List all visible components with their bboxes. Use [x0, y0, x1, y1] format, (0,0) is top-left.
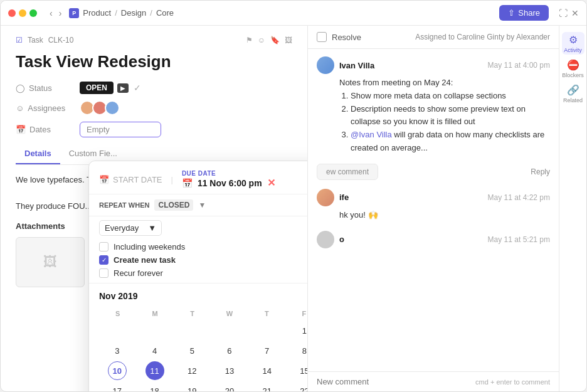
- dates-field[interactable]: Empty: [80, 122, 161, 137]
- cal-day-3[interactable]: 3: [108, 341, 127, 360]
- cal-head-t2: T: [248, 309, 285, 319]
- comment-3-avatar: [317, 231, 334, 248]
- image-icon[interactable]: 🖼: [285, 36, 292, 45]
- cal-head-s1: S: [99, 309, 136, 319]
- close-button[interactable]: [8, 9, 16, 17]
- status-dropdown-icon[interactable]: ▶: [117, 83, 129, 93]
- close-icon[interactable]: ✕: [571, 8, 579, 18]
- cal-day-13[interactable]: 13: [220, 361, 239, 380]
- maximize-button[interactable]: [29, 9, 37, 17]
- cal-day-1[interactable]: 1: [295, 321, 308, 340]
- resolve-checkbox[interactable]: [317, 32, 327, 42]
- dp-clear-icon[interactable]: ✕: [267, 177, 275, 189]
- cal-day-11[interactable]: 11: [145, 361, 164, 380]
- dp-checkbox-weekends-label: Including weekends: [114, 242, 185, 252]
- dp-checkbox-weekends[interactable]: [99, 242, 108, 252]
- comment-1-time: May 11 at 4:00 pm: [488, 61, 550, 70]
- activity-label: Activity: [564, 47, 582, 53]
- dp-chevron-icon[interactable]: ▼: [198, 201, 206, 209]
- cal-day-8[interactable]: 8: [295, 341, 308, 360]
- reply-button[interactable]: Reply: [531, 164, 550, 180]
- dp-start-date[interactable]: 📅 START DATE: [99, 175, 162, 184]
- task-icon: ☑: [16, 36, 23, 45]
- activity-button[interactable]: ⚙ Activity: [562, 32, 584, 55]
- forward-button[interactable]: ›: [56, 7, 65, 19]
- cal-day-17[interactable]: 17: [108, 381, 127, 391]
- cal-day-18[interactable]: 18: [145, 381, 164, 391]
- back-button[interactable]: ‹: [47, 7, 55, 19]
- cal-day-10[interactable]: 10: [108, 361, 127, 380]
- cal-day-7[interactable]: 7: [258, 341, 277, 360]
- avatar-3[interactable]: [105, 100, 120, 115]
- dp-checkbox-weekends-row[interactable]: Including weekends: [99, 242, 308, 252]
- new-comment-inline[interactable]: ew comment: [317, 164, 378, 180]
- dp-checkbox-newtask-row[interactable]: Create new task: [99, 255, 308, 265]
- blockers-label: Blockers: [562, 72, 584, 78]
- dp-checkbox-forever[interactable]: [99, 268, 108, 278]
- cal-day-21[interactable]: 21: [258, 381, 277, 391]
- flag-icon[interactable]: ⚑: [246, 36, 253, 45]
- comment-1: Ivan Villa May 11 at 4:00 pm Notes from …: [317, 56, 550, 155]
- dp-frequency-row: Everyday ▼: [89, 216, 308, 240]
- cal-head-f: F: [285, 309, 308, 319]
- cal-day-6[interactable]: 6: [220, 341, 239, 360]
- breadcrumb-core[interactable]: Core: [156, 8, 174, 18]
- comment-1-author: Ivan Villa: [339, 61, 374, 70]
- calendar-icon: 📅: [99, 175, 109, 184]
- breadcrumb-design[interactable]: Design: [121, 8, 146, 18]
- comment-3-header: o May 11 at 5:21 pm: [317, 231, 550, 248]
- task-meta-row: ☑ Task CLK-10 ⚑ ☺ 🔖 🖼: [16, 36, 292, 45]
- cal-day-15[interactable]: 15: [295, 361, 308, 380]
- comment-2-avatar: [317, 189, 334, 206]
- resolve-label[interactable]: Resolve: [332, 33, 361, 42]
- task-meta-label: Task: [28, 36, 43, 45]
- expand-icon[interactable]: ⛶: [559, 8, 568, 18]
- assigned-text: Assigned to Caroline Ginty by Alexander: [415, 33, 550, 41]
- dp-frequency-value: Everyday: [105, 223, 139, 233]
- dp-due-value-text[interactable]: 11 Nov 6:00 pm: [198, 178, 262, 188]
- cal-day-14[interactable]: 14: [258, 361, 277, 380]
- dp-frequency-select[interactable]: Everyday ▼: [99, 220, 162, 236]
- dp-calendar: Nov 2019 ‹ › S M T W T F: [89, 283, 308, 391]
- dp-closed-badge: CLOSED: [154, 199, 193, 211]
- tab-details[interactable]: Details: [16, 144, 60, 164]
- reply-row: ew comment Reply: [317, 164, 550, 180]
- new-comment-input[interactable]: [317, 377, 470, 386]
- right-sidebar: ⚙ Activity ⛔ Blockers 🔗 Related: [559, 26, 586, 391]
- related-button[interactable]: 🔗 Related: [562, 82, 584, 105]
- tag-icon[interactable]: 🔖: [270, 36, 280, 45]
- breadcrumb-sep2: /: [150, 8, 152, 18]
- assignees-avatars[interactable]: [80, 100, 120, 115]
- mention-ivan[interactable]: @Ivan Villa: [351, 130, 392, 139]
- task-id: CLK-10: [48, 36, 74, 45]
- dp-due-value: 📅 11 Nov 6:00 pm ✕: [182, 177, 275, 189]
- cal-day-20[interactable]: 20: [220, 381, 239, 391]
- status-badge[interactable]: OPEN: [80, 82, 114, 94]
- assignees-label: ☺ Assignees: [16, 103, 72, 113]
- status-check-icon[interactable]: ✓: [134, 83, 141, 93]
- share-button[interactable]: ⇧ Share: [499, 5, 549, 21]
- comment-2: ife May 11 at 4:22 pm hk you! 🙌: [317, 189, 550, 222]
- comment-1-item-2: Description needs to show some preview t…: [351, 103, 550, 129]
- cal-day-5[interactable]: 5: [182, 341, 201, 360]
- blockers-icon: ⛔: [567, 59, 579, 71]
- nav-arrows: ‹ ›: [47, 7, 64, 19]
- status-field-icon: ◯: [16, 83, 25, 93]
- emoji-icon[interactable]: ☺: [258, 36, 265, 45]
- minimize-button[interactable]: [19, 9, 26, 17]
- calendar-header: Nov 2019 ‹ ›: [99, 290, 308, 302]
- attachment-1[interactable]: 🖼: [16, 237, 85, 287]
- comment-2-time: May 11 at 4:22 pm: [488, 193, 550, 202]
- dp-due-label: DUE DATE: [182, 170, 275, 177]
- cal-day-12[interactable]: 12: [182, 361, 201, 380]
- cal-day-4[interactable]: 4: [145, 341, 164, 360]
- cal-day-19[interactable]: 19: [182, 381, 201, 391]
- cal-day-22[interactable]: 22: [295, 381, 308, 391]
- breadcrumb-product[interactable]: Product: [83, 8, 111, 18]
- dp-due-section: DUE DATE 📅 11 Nov 6:00 pm ✕: [182, 170, 275, 189]
- dp-checkbox-newtask[interactable]: [99, 255, 108, 265]
- dp-checkbox-forever-row[interactable]: Recur forever: [99, 268, 308, 278]
- blockers-button[interactable]: ⛔ Blockers: [562, 57, 584, 80]
- resolve-bar: Resolve Assigned to Caroline Ginty by Al…: [308, 26, 559, 49]
- related-icon: 🔗: [567, 84, 579, 96]
